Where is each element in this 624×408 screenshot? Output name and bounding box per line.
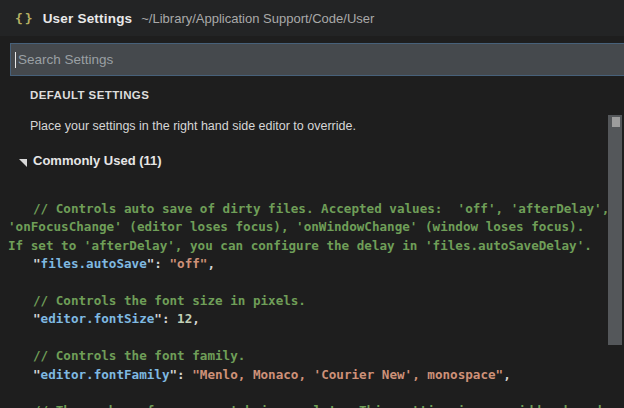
code-line: If set to 'afterDelay', you can configur… — [8, 237, 606, 255]
code-token-plain: " — [33, 256, 41, 271]
code-line — [8, 384, 606, 402]
code-line: 'onFocusChange' (editor loses focus), 'o… — [8, 218, 606, 236]
code-token-key: files.autoSave — [41, 256, 147, 271]
settings-search-box[interactable] — [10, 43, 624, 76]
code-token-plain: " — [33, 367, 41, 382]
code-token-plain: " — [33, 311, 41, 326]
code-token-comment: // Controls the font size in pixels. — [33, 293, 306, 308]
code-token-comment: // Controls auto save of dirty files. Ac… — [33, 201, 609, 216]
override-hint-text: Place your settings in the right hand si… — [30, 119, 356, 133]
code-token-plain: : — [177, 367, 192, 382]
code-token-plain: , — [207, 256, 215, 271]
code-token-plain: : — [154, 256, 169, 271]
overview-ruler-cursor-marker — [612, 117, 620, 127]
code-line: // Controls auto save of dirty files. Ac… — [8, 200, 606, 218]
vertical-scrollbar-thumb[interactable] — [608, 115, 622, 345]
search-input[interactable] — [16, 44, 624, 75]
code-token-key: editor.fontSize — [41, 311, 155, 326]
code-token-plain: " — [170, 367, 178, 382]
code-line — [8, 274, 606, 292]
commonly-used-group-header[interactable]: Commonly Used (11) — [19, 153, 162, 168]
code-token-comment: 'onFocusChange' (editor loses focus), 'o… — [8, 219, 584, 234]
editor-title-bar: {} User Settings ~/Library/Application S… — [0, 0, 624, 36]
collapse-triangle-icon[interactable] — [19, 159, 27, 167]
code-token-key: editor.fontFamily — [41, 367, 170, 382]
code-token-string: "off" — [170, 256, 208, 271]
code-line: "editor.fontFamily": "Menlo, Monaco, 'Co… — [8, 366, 606, 384]
code-line: "editor.fontSize": 12, — [8, 310, 606, 328]
user-settings-window: {} User Settings ~/Library/Application S… — [0, 0, 624, 408]
code-token-plain: : — [162, 311, 177, 326]
code-token-plain: , — [192, 311, 200, 326]
code-token-string: "Menlo, Monaco, 'Courier New', monospace… — [192, 367, 503, 382]
code-token-comment: // Controls the font family. — [33, 348, 245, 363]
group-label: Commonly Used (11) — [33, 153, 162, 168]
code-line: // Controls the font size in pixels. — [8, 292, 606, 310]
default-settings-heading: DEFAULT SETTINGS — [30, 89, 149, 101]
code-line: "files.autoSave": "off", — [8, 255, 606, 273]
code-area[interactable]: // Controls auto save of dirty files. Ac… — [8, 200, 606, 408]
page-title: User Settings — [43, 11, 133, 26]
code-token-number: 12 — [177, 311, 192, 326]
json-braces-icon: {} — [15, 11, 35, 26]
code-line — [8, 329, 606, 347]
code-token-comment: // The number of spaces a tab is equal t… — [33, 403, 624, 408]
code-token-plain: , — [503, 367, 511, 382]
code-line: // The number of spaces a tab is equal t… — [8, 402, 606, 408]
code-line: // Controls the font family. — [8, 347, 606, 365]
code-token-plain: " — [154, 311, 162, 326]
settings-file-path: ~/Library/Application Support/Code/User — [141, 11, 374, 26]
code-token-comment: If set to 'afterDelay', you can configur… — [8, 238, 592, 253]
